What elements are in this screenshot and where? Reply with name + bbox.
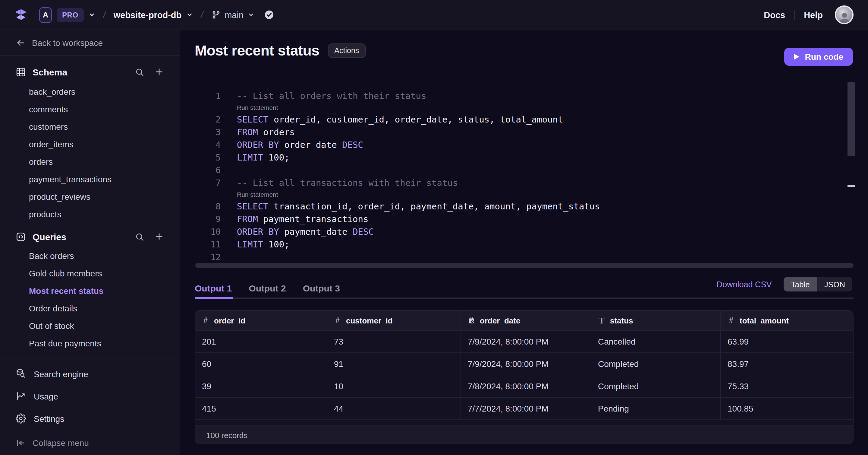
collapse-menu-button[interactable]: Collapse menu [0, 430, 180, 455]
table-cell[interactable]: 10 [327, 375, 461, 397]
docs-link[interactable]: Docs [764, 10, 785, 20]
run-code-button[interactable]: Run code [784, 48, 853, 66]
table-cell[interactable]: Completed [591, 353, 720, 375]
table-cell[interactable]: Pending [591, 398, 720, 419]
table-cell[interactable]: 44 [327, 398, 461, 419]
search-schema-icon[interactable] [135, 67, 144, 76]
tab-output-1[interactable]: Output 1 [195, 283, 232, 293]
code-line[interactable]: 5LIMIT 100; [181, 151, 852, 164]
column-header-status[interactable]: Tstatus [591, 311, 720, 330]
code-line[interactable]: 6 [181, 164, 852, 176]
sidebar-query-back-orders[interactable]: Back orders [0, 248, 180, 265]
table-cell[interactable]: 39 [195, 375, 327, 397]
run-statement-label: Run statement [237, 191, 278, 198]
help-link[interactable]: Help [804, 10, 823, 20]
code-line[interactable]: 7-- List all transactions with their sta… [181, 176, 852, 189]
sidebar-query-past-due-payments[interactable]: Past due payments [0, 335, 180, 352]
tab-output-3[interactable]: Output 3 [303, 283, 340, 293]
chevron-down-icon[interactable] [186, 11, 193, 18]
table-cell[interactable]: 7/9/2024, 8:00:00 PM [461, 353, 591, 375]
table-cell[interactable]: 63.99 [720, 331, 849, 352]
table-scroll-gutter [849, 353, 854, 375]
add-table-icon[interactable] [154, 67, 164, 77]
table-cell[interactable]: 73 [327, 331, 461, 352]
table-cell[interactable]: 7/7/2024, 8:00:00 PM [461, 398, 591, 419]
download-csv-link[interactable]: Download CSV [716, 280, 772, 289]
schema-grid-icon [16, 67, 26, 77]
code-text: -- List all transactions with their stat… [221, 178, 458, 188]
sidebar-table-products[interactable]: products [0, 206, 180, 223]
table-cell[interactable]: 60 [195, 353, 327, 375]
table-row[interactable]: 201737/9/2024, 8:00:00 PMCancelled63.99 [195, 330, 853, 352]
table-cell[interactable]: Cancelled [591, 331, 720, 352]
sql-editor[interactable]: 1-- List all orders with their statusRun… [181, 89, 852, 263]
output-tabs-underline [195, 297, 854, 299]
user-avatar[interactable] [835, 5, 854, 24]
code-line[interactable]: 9FROM payment_transactions [181, 212, 852, 225]
back-to-workspace-button[interactable]: Back to workspace [0, 30, 180, 56]
code-line[interactable]: 10ORDER BY payment_date DESC [181, 225, 852, 238]
sidebar-table-comments[interactable]: comments [0, 101, 180, 118]
column-header-customer-id[interactable]: #customer_id [327, 311, 461, 330]
sidebar-item-label: Usage [34, 391, 58, 401]
sidebar-query-out-of-stock[interactable]: Out of stock [0, 317, 180, 335]
code-line[interactable]: 3FROM orders [181, 125, 852, 138]
table-cell[interactable]: 100.85 [720, 398, 849, 419]
table-cell[interactable]: 415 [195, 398, 327, 419]
table-cell[interactable]: 83.97 [720, 353, 849, 375]
sidebar-table-order-items[interactable]: order_items [0, 136, 180, 153]
usage-chart-icon [16, 391, 26, 401]
code-line[interactable]: 11LIMIT 100; [181, 238, 852, 250]
app-root: A PRO / website-prod-db / main Docs Help [0, 0, 868, 455]
sidebar-item-search-engine[interactable]: Search engine [0, 363, 180, 385]
actions-button[interactable]: Actions [328, 44, 366, 58]
table-cell[interactable]: Completed [591, 375, 720, 397]
table-cell[interactable]: 75.33 [720, 375, 849, 397]
column-header-order-date[interactable]: order_date [461, 311, 591, 330]
run-statement-button[interactable]: Run statement [181, 189, 852, 200]
table-row[interactable]: 60917/9/2024, 8:00:00 PMCompleted83.97 [195, 352, 853, 375]
editor-horizontal-scrollbar[interactable] [195, 263, 854, 268]
table-row[interactable]: 39107/8/2024, 8:00:00 PMCompleted75.33 [195, 375, 853, 397]
table-cell[interactable]: 91 [327, 353, 461, 375]
code-line[interactable]: 8SELECT transaction_id, order_id, paymen… [181, 200, 852, 212]
table-row[interactable]: 415447/7/2024, 8:00:00 PMPending100.85 [195, 397, 853, 419]
database-name[interactable]: website-prod-db [114, 10, 182, 20]
branch-selector[interactable]: main [211, 10, 254, 20]
editor-vertical-scrollbar[interactable] [847, 82, 855, 156]
sidebar-query-gold-club-members[interactable]: Gold club members [0, 265, 180, 282]
sidebar-query-order-details[interactable]: Order details [0, 300, 180, 317]
run-statement-button[interactable]: Run statement [181, 102, 852, 113]
view-toggle-table[interactable]: Table [784, 277, 817, 291]
table-scroll-gutter [849, 398, 854, 419]
code-line[interactable]: 1-- List all orders with their status [181, 89, 852, 102]
sidebar-item-usage[interactable]: Usage [0, 385, 180, 407]
table-cell[interactable]: 7/8/2024, 8:00:00 PM [461, 375, 591, 397]
sidebar-table-payment-transactions[interactable]: payment_transactions [0, 171, 180, 188]
table-cell[interactable]: 7/9/2024, 8:00:00 PM [461, 331, 591, 352]
column-header-total-amount[interactable]: #total_amount [720, 311, 849, 330]
sidebar-table-orders[interactable]: orders [0, 153, 180, 171]
table-scroll-gutter [849, 331, 854, 352]
add-query-icon[interactable] [154, 232, 164, 241]
queries-code-icon [16, 231, 26, 242]
queries-section-header: Queries [0, 226, 180, 248]
tab-output-2[interactable]: Output 2 [249, 283, 286, 293]
number-type-icon: # [202, 316, 209, 325]
search-queries-icon[interactable] [135, 232, 144, 241]
outerbase-logo-icon[interactable] [14, 8, 27, 21]
code-line[interactable]: 4ORDER BY order_date DESC [181, 138, 852, 151]
chevron-down-icon[interactable] [89, 11, 95, 18]
sidebar-table-product-reviews[interactable]: product_reviews [0, 188, 180, 206]
workspace-badge[interactable]: A [39, 7, 52, 23]
code-line[interactable]: 12 [181, 250, 852, 263]
column-header-order-id[interactable]: #order_id [195, 311, 327, 330]
sidebar-query-most-recent-status[interactable]: Most recent status [0, 282, 180, 300]
branch-name: main [224, 10, 244, 20]
code-line[interactable]: 2SELECT order_id, customer_id, order_dat… [181, 113, 852, 125]
sidebar-table-customers[interactable]: customers [0, 118, 180, 136]
view-toggle-json[interactable]: JSON [817, 277, 852, 291]
sidebar-table-back-orders[interactable]: back_orders [0, 83, 180, 101]
table-cell[interactable]: 201 [195, 331, 327, 352]
sidebar-item-settings[interactable]: Settings [0, 407, 180, 430]
